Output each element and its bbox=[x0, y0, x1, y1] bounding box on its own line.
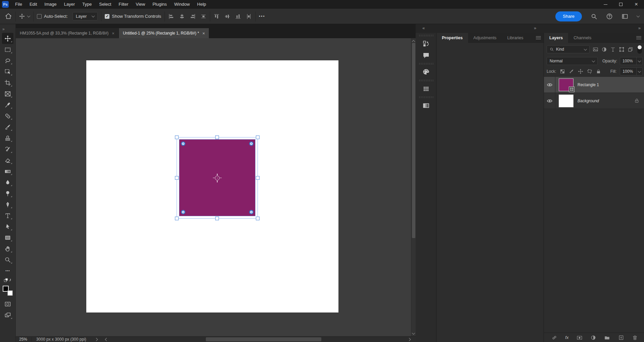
adjustment-layer-filter-icon[interactable] bbox=[601, 47, 607, 52]
transform-handle-top-right[interactable] bbox=[256, 135, 260, 139]
layer-name[interactable]: Background bbox=[578, 99, 599, 103]
align-right-edges-icon[interactable] bbox=[190, 13, 196, 19]
share-button[interactable]: Share bbox=[555, 11, 582, 21]
menu-view[interactable]: View bbox=[132, 0, 149, 9]
color-controls[interactable] bbox=[2, 276, 13, 284]
layer-thumbnail[interactable] bbox=[559, 95, 573, 107]
panel-grip[interactable] bbox=[419, 63, 433, 64]
layer-row-background[interactable]: Background bbox=[544, 93, 644, 109]
canvas-area[interactable] bbox=[16, 38, 416, 336]
kind-filter-dropdown[interactable]: Kind bbox=[547, 45, 590, 53]
lock-artboard-icon[interactable] bbox=[587, 69, 592, 74]
menu-window[interactable]: Window bbox=[171, 0, 193, 9]
close-button[interactable] bbox=[629, 0, 644, 9]
menu-file[interactable]: File bbox=[11, 0, 26, 9]
corner-radius-widget-bottom-left[interactable] bbox=[181, 210, 185, 214]
type-layer-filter-icon[interactable] bbox=[610, 47, 616, 52]
document-tab-untitled-1[interactable]: Untitled-1 @ 25% (Rectangle 1, RGB/8#) * bbox=[119, 28, 209, 38]
rectangular-marquee-tool[interactable] bbox=[2, 44, 13, 55]
workspace-icon[interactable] bbox=[622, 13, 628, 20]
home-button[interactable] bbox=[5, 13, 12, 20]
tab-libraries[interactable]: Libraries bbox=[502, 33, 529, 43]
align-top-edges-icon[interactable] bbox=[214, 13, 220, 19]
vertical-scrollbar-thumb[interactable] bbox=[412, 43, 415, 238]
layer-styles-icon[interactable] bbox=[565, 335, 568, 340]
transform-handle-top[interactable] bbox=[215, 135, 219, 139]
blend-mode-dropdown[interactable]: Normal bbox=[547, 57, 598, 65]
lock-image-pixels-icon[interactable] bbox=[569, 69, 574, 74]
gradient-tool[interactable] bbox=[2, 166, 13, 177]
background-color-swatch[interactable] bbox=[7, 290, 13, 296]
add-layer-mask-icon[interactable] bbox=[577, 335, 583, 341]
history-brush-tool[interactable] bbox=[2, 144, 13, 155]
object-selection-tool[interactable] bbox=[2, 66, 13, 77]
menu-plugins[interactable]: Plugins bbox=[149, 0, 171, 9]
transform-handle-bottom[interactable] bbox=[215, 217, 219, 220]
color-panel-button[interactable] bbox=[419, 66, 433, 78]
auto-select-target-dropdown[interactable]: Layer bbox=[73, 12, 98, 20]
fill-dropdown-button[interactable] bbox=[637, 67, 643, 75]
align-horizontal-centers-icon[interactable] bbox=[179, 13, 185, 19]
align-left-edges-icon[interactable] bbox=[168, 13, 174, 19]
transform-handle-bottom-left[interactable] bbox=[175, 217, 179, 220]
align-vertical-centers-icon[interactable] bbox=[224, 13, 230, 19]
close-icon[interactable] bbox=[202, 31, 205, 36]
crop-tool[interactable] bbox=[2, 77, 13, 88]
new-adjustment-layer-icon[interactable] bbox=[590, 335, 596, 341]
comments-panel-button[interactable] bbox=[419, 50, 433, 61]
filter-toggle-switch[interactable] bbox=[637, 45, 642, 54]
spot-healing-brush-tool[interactable] bbox=[2, 110, 13, 121]
dodge-tool[interactable] bbox=[2, 188, 13, 199]
lock-position-icon[interactable] bbox=[578, 69, 583, 74]
history-panel-button[interactable] bbox=[419, 38, 433, 50]
status-next-icon[interactable] bbox=[94, 338, 98, 341]
scroll-right-icon[interactable] bbox=[408, 338, 411, 341]
distribute-vertical-centers-icon[interactable] bbox=[246, 13, 252, 19]
shape-layer-filter-icon[interactable] bbox=[619, 47, 625, 52]
toolbar-expand-icon[interactable] bbox=[2, 27, 5, 32]
patterns-panel-button[interactable] bbox=[419, 83, 433, 95]
foreground-background-swatches[interactable] bbox=[3, 286, 13, 296]
quick-mask-button[interactable] bbox=[2, 298, 13, 309]
minimize-button[interactable] bbox=[598, 0, 613, 9]
clone-stamp-tool[interactable] bbox=[2, 132, 13, 144]
show-transform-checkbox[interactable] bbox=[105, 14, 109, 19]
tool-preset-move[interactable] bbox=[19, 13, 30, 19]
new-group-icon[interactable] bbox=[604, 335, 610, 341]
smart-object-filter-icon[interactable] bbox=[628, 47, 633, 52]
transform-handle-bottom-right[interactable] bbox=[256, 217, 260, 220]
panel-grip[interactable] bbox=[419, 96, 433, 98]
pen-tool[interactable] bbox=[2, 199, 13, 210]
eyedropper-tool[interactable] bbox=[2, 99, 13, 110]
transform-handle-left[interactable] bbox=[175, 176, 179, 180]
opacity-field[interactable]: 100% bbox=[620, 57, 637, 65]
close-icon[interactable] bbox=[112, 31, 114, 36]
document-tab-hm1055[interactable]: HM1055-5A.psd @ 33,3% (Rectangle 1, RGB/… bbox=[16, 28, 119, 38]
fill-field[interactable]: 100% bbox=[620, 67, 637, 75]
panel-menu-icon[interactable] bbox=[536, 36, 541, 39]
transform-bounding-box[interactable] bbox=[177, 137, 258, 219]
brush-tool[interactable] bbox=[2, 121, 13, 132]
reference-point-icon[interactable] bbox=[215, 176, 220, 180]
zoom-tool[interactable] bbox=[2, 254, 13, 265]
layer-row-rectangle-1[interactable]: Rectangle 1 bbox=[544, 77, 644, 93]
opacity-dropdown-button[interactable] bbox=[637, 57, 643, 65]
tab-layers[interactable]: Layers bbox=[544, 33, 568, 43]
menu-select[interactable]: Select bbox=[95, 0, 115, 9]
layer-lock-icon[interactable] bbox=[634, 98, 639, 103]
tab-channels[interactable]: Channels bbox=[568, 33, 597, 43]
tab-adjustments[interactable]: Adjustments bbox=[468, 33, 502, 43]
menu-image[interactable]: Image bbox=[41, 0, 60, 9]
type-tool[interactable] bbox=[2, 210, 13, 221]
lock-all-icon[interactable] bbox=[596, 69, 601, 74]
vertical-scrollbar[interactable] bbox=[411, 38, 416, 336]
lasso-tool[interactable] bbox=[2, 55, 13, 66]
expand-properties-group-icon[interactable] bbox=[534, 25, 536, 31]
hand-tool[interactable] bbox=[2, 243, 13, 254]
link-layers-icon[interactable] bbox=[551, 335, 557, 341]
frame-tool[interactable] bbox=[2, 88, 13, 99]
path-selection-tool[interactable] bbox=[2, 221, 13, 232]
gradients-panel-button[interactable] bbox=[419, 100, 433, 111]
tab-properties[interactable]: Properties bbox=[436, 33, 468, 43]
panel-grip[interactable] bbox=[419, 79, 433, 81]
